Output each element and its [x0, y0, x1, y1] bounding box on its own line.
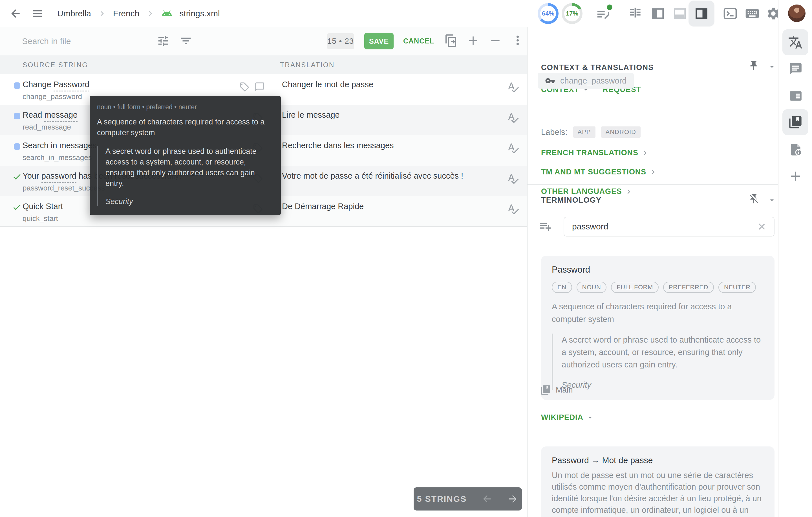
translation-text[interactable]: Votre mot de passe a été réinitialisé av… — [282, 171, 463, 181]
term-source: Security — [106, 197, 272, 206]
android-icon — [161, 8, 173, 19]
more-options-icon[interactable] — [512, 34, 524, 47]
menu-icon[interactable] — [32, 8, 44, 20]
comments-panel-icon[interactable] — [789, 62, 803, 76]
collapse-terminology-icon[interactable] — [768, 196, 776, 204]
translated-progress-ring[interactable]: 64% — [538, 3, 558, 24]
wikipedia-excerpt: Un mot de passe est un mot ou une série … — [552, 470, 764, 517]
spellcheck-icon[interactable] — [507, 81, 519, 93]
add-term-icon[interactable] — [539, 220, 552, 233]
term-usage-quote: A secret word or phrase used to authenti… — [97, 146, 272, 206]
wikipedia-article-title: Password → Mot de passe — [552, 456, 764, 465]
terminology-term-card: Password EN NOUN FULL FORM PREFERRED NEU… — [541, 256, 775, 400]
top-bar: Umbrella French strings.xml 64% 17% — [0, 0, 778, 27]
string-key: quick_start — [23, 214, 58, 223]
pin-off-icon[interactable] — [748, 193, 759, 204]
source-string-text: Read message — [23, 110, 78, 120]
untranslated-status-icon — [14, 113, 20, 119]
translation-text[interactable]: De Démarrage Rapide — [282, 202, 364, 211]
approved-status-icon — [12, 172, 22, 182]
section-tm-mt-suggestions[interactable]: TM AND MT SUGGESTIONS — [541, 168, 657, 176]
avatar[interactable] — [788, 4, 806, 22]
glossary-term[interactable]: Password — [54, 80, 89, 91]
previous-page-icon[interactable] — [481, 493, 493, 505]
context-card-panel-icon[interactable] — [789, 89, 803, 103]
notification-dot — [607, 4, 612, 10]
term-badge: NOUN — [577, 282, 607, 293]
tune-filters-icon[interactable] — [157, 34, 170, 47]
clear-search-icon[interactable] — [756, 221, 767, 232]
side-icon-strip — [778, 0, 812, 517]
terminal-icon[interactable] — [722, 6, 738, 22]
cancel-button[interactable]: CANCEL — [403, 37, 434, 45]
term-usage-quote: A secret word or phrase used to authenti… — [552, 333, 764, 390]
side-by-side-view-icon[interactable] — [627, 6, 643, 22]
label-badge[interactable]: ANDROID — [601, 127, 641, 138]
translations-panel-icon[interactable] — [782, 29, 808, 55]
glossary-term[interactable]: password — [41, 171, 77, 183]
spellcheck-icon[interactable] — [507, 203, 519, 215]
labels-row: Labels: APP ANDROID — [541, 127, 641, 138]
term-badge: PREFERRED — [663, 282, 714, 293]
breadcrumb-file[interactable]: strings.xml — [179, 9, 220, 18]
translation-text[interactable]: Changer le mot de passe — [282, 80, 373, 89]
section-other-languages[interactable]: OTHER LANGUAGES — [541, 187, 633, 196]
keyboard-icon[interactable] — [744, 6, 760, 22]
translated-progress-value: 64% — [542, 10, 554, 17]
label-badge[interactable]: APP — [573, 127, 596, 138]
approved-progress-ring[interactable]: 17% — [562, 3, 582, 24]
row-icons — [239, 82, 265, 92]
translation-text[interactable]: Lire le message — [282, 110, 340, 120]
spellcheck-icon[interactable] — [507, 172, 519, 185]
bottom-panel-view-icon[interactable] — [672, 6, 688, 22]
spellcheck-icon[interactable] — [507, 111, 519, 124]
string-position-counter: 15 • 23 — [327, 33, 354, 49]
translation-text[interactable]: Recherche dans les messages — [282, 141, 394, 150]
filter-list-icon[interactable] — [179, 34, 192, 47]
right-panel-view-icon[interactable] — [689, 1, 715, 27]
string-key: search_in_messages — [23, 153, 92, 162]
key-icon — [545, 76, 555, 86]
source-string-header: SOURCE STRING — [23, 61, 88, 69]
labels-caption: Labels: — [541, 128, 568, 137]
string-key-chip[interactable]: change_password — [538, 73, 634, 89]
strings-pagination: 5 STRINGS — [414, 487, 522, 511]
breadcrumb-language[interactable]: French — [113, 9, 139, 18]
glossary-term[interactable]: message — [44, 110, 78, 122]
glossary-link[interactable]: Main — [540, 384, 573, 396]
save-button[interactable]: SAVE — [364, 33, 394, 49]
back-icon[interactable] — [9, 7, 22, 20]
strings-count: 5 STRINGS — [417, 494, 467, 504]
term-title: Password — [552, 265, 764, 275]
spellcheck-icon[interactable] — [507, 142, 519, 154]
left-panel-view-icon[interactable] — [650, 6, 666, 22]
tag-icon[interactable] — [239, 82, 250, 92]
breadcrumb: Umbrella French strings.xml — [57, 0, 220, 27]
notes-edit-icon[interactable] — [596, 6, 611, 22]
term-definition: A sequence of characters required for ac… — [552, 300, 764, 326]
pin-panel-icon[interactable] — [748, 60, 759, 71]
editor-toolbar: 15 • 23 SAVE CANCEL — [0, 27, 527, 55]
add-panel-icon[interactable] — [789, 169, 802, 183]
terminology-search-input[interactable] — [563, 217, 775, 237]
file-info-panel-icon[interactable] — [789, 142, 803, 157]
comment-icon[interactable] — [254, 82, 265, 92]
chevron-right-icon — [146, 9, 154, 18]
copy-source-icon[interactable] — [444, 34, 458, 47]
source-string-text: Change Password — [23, 80, 89, 89]
glossary-name: Main — [556, 385, 573, 394]
term-badge: EN — [552, 282, 572, 293]
search-in-file-input[interactable] — [22, 34, 143, 48]
wikipedia-section[interactable]: WIKIPEDIA — [541, 413, 594, 422]
approved-status-icon — [12, 202, 22, 212]
remove-string-icon[interactable] — [489, 34, 501, 47]
collapse-panel-icon[interactable] — [768, 63, 776, 71]
next-page-icon[interactable] — [507, 493, 519, 505]
add-string-icon[interactable] — [467, 34, 479, 47]
breadcrumb-project[interactable]: Umbrella — [57, 9, 91, 18]
section-french-translations[interactable]: FRENCH TRANSLATIONS — [541, 148, 649, 157]
table-header: SOURCE STRING TRANSLATION — [0, 55, 527, 74]
terminology-panel-icon[interactable] — [782, 109, 808, 135]
glossary-book-icon — [540, 384, 551, 396]
caret-down-icon — [586, 414, 594, 421]
